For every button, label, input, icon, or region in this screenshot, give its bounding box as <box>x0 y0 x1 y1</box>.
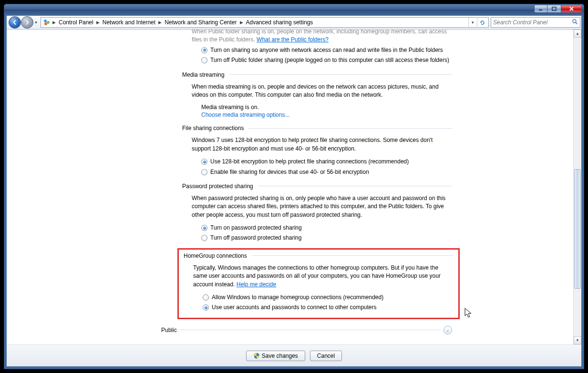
scroll-area: When Public folder sharing is on, people… <box>7 30 573 344</box>
address-bar[interactable]: ▶ Control Panel ▶ Network and Internet ▶… <box>41 17 489 28</box>
search-icon[interactable] <box>572 19 578 26</box>
radio-label: Allow Windows to manage homegroup connec… <box>212 293 383 302</box>
minimize-button[interactable] <box>534 5 547 13</box>
window-controls <box>534 5 582 13</box>
radio-icon[interactable] <box>201 159 207 165</box>
radio-128bit-encryption[interactable]: Use 128-bit encryption to help protect f… <box>201 158 452 166</box>
save-changes-button[interactable]: Save changes <box>246 351 305 361</box>
window-frame: ▼ ▶ Control Panel ▶ Network and Internet… <box>4 4 584 369</box>
button-label: Save changes <box>262 353 298 359</box>
svg-point-5 <box>573 20 576 23</box>
radio-label: Use 128-bit encryption to help protect f… <box>210 158 409 166</box>
radio-label: Turn on password protected sharing <box>210 224 302 232</box>
homegroup-desc: Typically, Windows manages the connectio… <box>193 264 454 289</box>
homegroup-highlight: HomeGroup connections Typically, Windows… <box>177 248 460 319</box>
profile-label: Public <box>161 327 177 333</box>
radio-icon[interactable] <box>201 47 207 53</box>
nav-buttons: ▼ <box>8 16 39 29</box>
radio-icon[interactable] <box>203 304 209 311</box>
breadcrumb-separator: ▶ <box>95 20 101 25</box>
radio-password-on[interactable]: Turn on password protected sharing <box>201 224 452 232</box>
radio-public-sharing-on[interactable]: Turn on sharing so anyone with network a… <box>201 46 452 54</box>
media-streaming-status: Media streaming is on. <box>201 104 452 111</box>
radio-public-sharing-off[interactable]: Turn off Public folder sharing (people l… <box>201 56 452 64</box>
title-bar[interactable] <box>4 4 584 16</box>
radio-homegroup-accounts[interactable]: Use user accounts and passwords to conne… <box>203 303 454 312</box>
breadcrumb-item[interactable]: Advanced sharing settings <box>244 18 315 28</box>
media-streaming-desc: When media streaming is on, people and d… <box>192 83 452 100</box>
radio-icon[interactable] <box>203 294 209 301</box>
radio-label: Enable file sharing for devices that use… <box>210 168 369 176</box>
uac-shield-icon <box>253 353 260 359</box>
radio-label: Turn on sharing so anyone with network a… <box>210 46 443 54</box>
navigation-bar: ▼ ▶ Control Panel ▶ Network and Internet… <box>7 16 581 30</box>
scroll-track[interactable] <box>574 38 581 336</box>
password-sharing-desc: When password protected sharing is on, o… <box>192 194 452 219</box>
breadcrumb-item[interactable]: Network and Sharing Center <box>163 18 238 28</box>
breadcrumb-item[interactable]: Control Panel <box>57 18 95 28</box>
svg-rect-1 <box>552 7 556 10</box>
file-sharing-desc: Windows 7 uses 128-bit encryption to hel… <box>192 136 452 153</box>
radio-icon[interactable] <box>201 169 207 175</box>
search-box[interactable] <box>491 17 580 28</box>
radio-40-56bit-encryption[interactable]: Enable file sharing for devices that use… <box>201 168 452 176</box>
svg-point-4 <box>44 22 47 25</box>
scroll-thumb[interactable] <box>574 169 581 289</box>
section-media-streaming: Media streaming <box>182 71 452 78</box>
svg-point-2 <box>44 20 47 22</box>
section-homegroup: HomeGroup connections <box>184 252 454 259</box>
section-file-sharing: File sharing connections <box>182 125 452 131</box>
breadcrumb-separator: ▶ <box>157 20 163 25</box>
radio-password-off[interactable]: Turn off password protected sharing <box>201 234 452 242</box>
button-label: Cancel <box>317 353 335 359</box>
svg-line-6 <box>576 22 577 24</box>
address-dropdown[interactable]: ▾ <box>468 18 477 28</box>
radio-icon[interactable] <box>201 225 207 231</box>
radio-homegroup-windows[interactable]: Allow Windows to manage homegroup connec… <box>203 293 454 302</box>
content-pane: When Public folder sharing is on, people… <box>7 30 581 344</box>
scroll-up-button[interactable]: ▲ <box>574 30 581 38</box>
radio-label: Turn off password protected sharing <box>210 234 301 242</box>
close-button[interactable] <box>561 5 582 13</box>
radio-icon[interactable] <box>201 57 207 63</box>
media-streaming-options-link[interactable]: Choose media streaming options... <box>201 111 289 118</box>
vertical-scrollbar[interactable]: ▲ ▼ <box>573 30 581 344</box>
refresh-icon <box>479 20 485 26</box>
network-sharing-icon <box>43 19 51 26</box>
client-area: ▼ ▶ Control Panel ▶ Network and Internet… <box>4 16 584 369</box>
svg-rect-0 <box>539 10 542 10</box>
search-input[interactable] <box>493 19 572 26</box>
radio-label: Use user accounts and passwords to conne… <box>212 303 377 312</box>
breadcrumb-item[interactable]: Network and Internet <box>101 18 157 28</box>
svg-point-3 <box>47 21 50 24</box>
radio-icon[interactable] <box>201 235 207 241</box>
breadcrumb-separator: ▶ <box>52 20 57 25</box>
public-folders-link[interactable]: What are the Public folders? <box>257 36 329 43</box>
chevron-down-icon[interactable]: ⌄ <box>444 326 452 334</box>
help-me-decide-link[interactable]: Help me decide <box>237 281 276 288</box>
profile-public-header[interactable]: Public ⌄ <box>161 326 452 334</box>
breadcrumb-separator: ▶ <box>239 20 244 25</box>
public-folder-desc: When Public folder sharing is on, people… <box>192 30 452 44</box>
scroll-down-button[interactable]: ▼ <box>574 336 581 344</box>
section-password-sharing: Password protected sharing <box>182 183 452 190</box>
footer-bar: Save changes Cancel <box>7 344 581 366</box>
maximize-button[interactable] <box>547 5 561 13</box>
refresh-button[interactable] <box>477 17 487 28</box>
back-button[interactable] <box>9 16 21 29</box>
cancel-button[interactable]: Cancel <box>310 351 342 361</box>
radio-label: Turn off Public folder sharing (people l… <box>210 56 449 64</box>
forward-button[interactable] <box>21 16 33 29</box>
nav-history-dropdown[interactable]: ▼ <box>33 16 39 29</box>
